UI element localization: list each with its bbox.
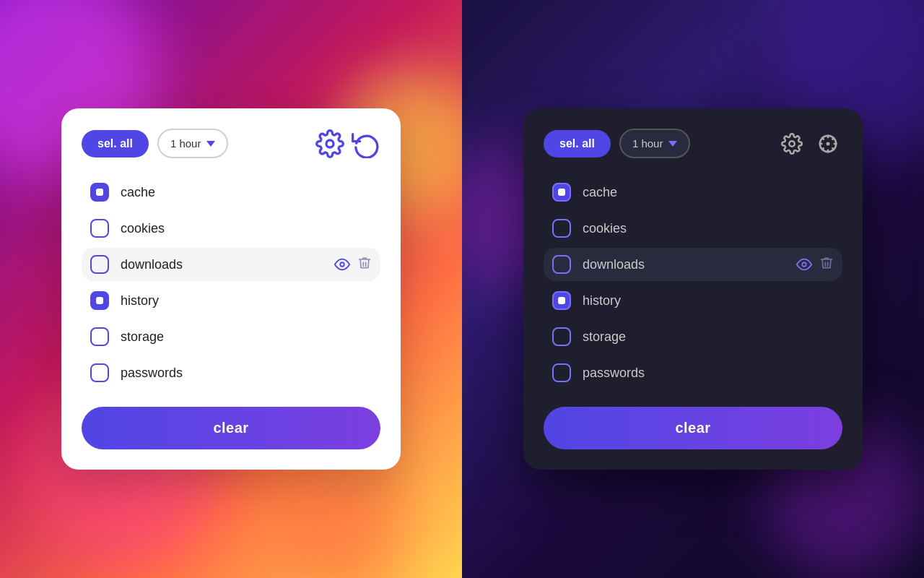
time-selector-dark[interactable]: 1 hour (619, 129, 691, 158)
timer-icon-dark[interactable] (814, 129, 842, 158)
list-item[interactable]: storage (82, 320, 380, 353)
header-icons-dark (777, 129, 842, 158)
clear-button-dark[interactable]: clear (544, 407, 842, 449)
dark-card: sel. all 1 hour (523, 108, 863, 470)
list-item[interactable]: downloads (544, 248, 842, 281)
list-item[interactable]: cache (544, 176, 842, 209)
item-label-history-dark: history (583, 293, 834, 309)
svg-point-13 (802, 262, 806, 267)
sel-all-button-dark[interactable]: sel. all (544, 130, 611, 158)
refresh-icon-light[interactable] (352, 129, 380, 158)
item-label-passwords-light: passwords (121, 366, 372, 381)
checkbox-passwords-light[interactable] (90, 363, 109, 382)
svg-line-11 (832, 138, 834, 139)
item-label-cache-dark: cache (583, 185, 834, 200)
item-actions-downloads-light (334, 256, 372, 274)
gear-icon-dark[interactable] (777, 129, 806, 158)
list-item[interactable]: history (82, 284, 380, 317)
card-header-dark: sel. all 1 hour (544, 129, 842, 158)
item-actions-downloads-dark (796, 256, 834, 274)
checkbox-downloads-dark[interactable] (552, 255, 571, 274)
svg-point-2 (789, 141, 795, 147)
list-item[interactable]: cookies (544, 212, 842, 245)
card-header-light: sel. all 1 hour (82, 129, 380, 158)
item-label-downloads-dark: downloads (583, 257, 785, 272)
time-selector-light[interactable]: 1 hour (157, 129, 229, 158)
item-label-storage-light: storage (121, 329, 372, 345)
list-item[interactable]: storage (544, 320, 842, 353)
items-list-light: cache cookies downloads (82, 176, 380, 389)
chevron-down-icon-dark (668, 141, 677, 147)
trash-icon-light[interactable] (357, 256, 372, 274)
gear-icon-light[interactable] (315, 129, 344, 158)
svg-line-10 (832, 148, 834, 150)
item-label-passwords-dark: passwords (583, 366, 834, 381)
checkbox-storage-light[interactable] (90, 327, 109, 346)
items-list-dark: cache cookies downloads (544, 176, 842, 389)
item-label-cookies-dark: cookies (583, 221, 834, 236)
svg-point-0 (326, 140, 334, 147)
checkbox-storage-dark[interactable] (552, 327, 571, 346)
checkbox-cache-dark[interactable] (552, 183, 571, 202)
header-icons-light (315, 129, 380, 158)
svg-point-1 (340, 262, 344, 267)
checkbox-cookies-dark[interactable] (552, 219, 571, 238)
clear-button-light[interactable]: clear (82, 407, 380, 449)
item-label-cookies-light: cookies (121, 221, 372, 236)
trash-icon-dark[interactable] (819, 256, 834, 274)
checkbox-history-light[interactable] (90, 291, 109, 310)
list-item[interactable]: passwords (544, 356, 842, 389)
chevron-down-icon-light (206, 141, 215, 147)
eye-icon-dark[interactable] (796, 256, 812, 272)
list-item[interactable]: passwords (82, 356, 380, 389)
right-panel: sel. all 1 hour (462, 0, 924, 578)
svg-line-12 (822, 148, 824, 150)
item-label-cache-light: cache (121, 185, 372, 200)
checkbox-cookies-light[interactable] (90, 219, 109, 238)
sel-all-button-light[interactable]: sel. all (82, 130, 149, 158)
list-item[interactable]: history (544, 284, 842, 317)
svg-point-4 (827, 142, 829, 144)
eye-icon-light[interactable] (334, 256, 350, 272)
left-panel: sel. all 1 hour (0, 0, 462, 578)
item-label-history-light: history (121, 293, 372, 309)
checkbox-history-dark[interactable] (552, 291, 571, 310)
checkbox-cache-light[interactable] (90, 183, 109, 202)
light-card: sel. all 1 hour (61, 108, 401, 470)
list-item[interactable]: cookies (82, 212, 380, 245)
item-label-downloads-light: downloads (121, 257, 323, 272)
list-item[interactable]: cache (82, 176, 380, 209)
checkbox-downloads-light[interactable] (90, 255, 109, 274)
list-item[interactable]: downloads (82, 248, 380, 281)
checkbox-passwords-dark[interactable] (552, 363, 571, 382)
svg-line-9 (822, 138, 824, 139)
time-label-light: 1 hour (170, 137, 201, 150)
time-label-dark: 1 hour (632, 137, 663, 150)
item-label-storage-dark: storage (583, 329, 834, 345)
